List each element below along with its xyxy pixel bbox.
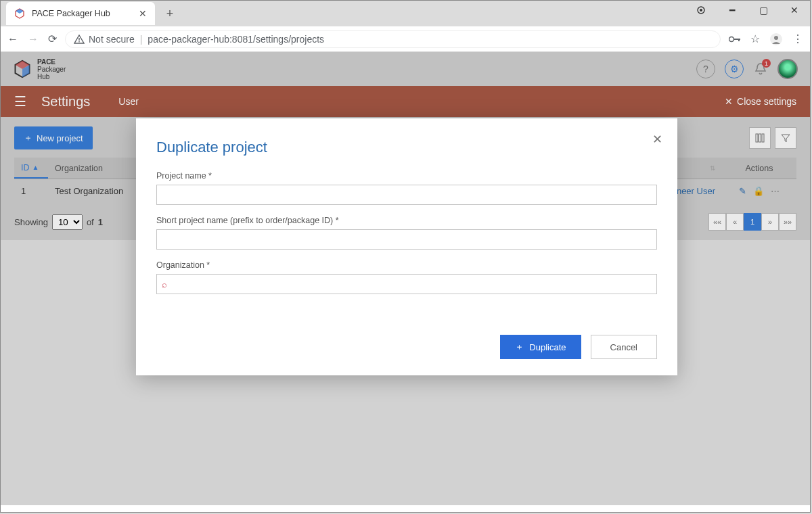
- brand-line3: Hub: [37, 73, 66, 80]
- svg-marker-14: [22, 65, 30, 77]
- plus-icon: ＋: [515, 341, 524, 353]
- filter-button[interactable]: [775, 127, 796, 149]
- window-maximize-button[interactable]: ▢: [748, 1, 779, 20]
- page-size-select[interactable]: 10: [52, 214, 83, 230]
- duplicate-project-modal: ✕ Duplicate project Project name * Short…: [136, 118, 677, 375]
- security-indicator[interactable]: Not secure: [74, 34, 135, 45]
- col-actions: Actions: [722, 164, 796, 173]
- svg-marker-13: [16, 61, 30, 69]
- short-name-label: Short project name (prefix to order/pack…: [156, 216, 657, 225]
- settings-title: Settings: [41, 94, 90, 110]
- brand-line1: PACE: [37, 58, 66, 66]
- tab-close-icon[interactable]: ✕: [139, 8, 147, 19]
- columns-view-button[interactable]: [749, 127, 771, 149]
- edit-icon[interactable]: ✎: [739, 186, 746, 196]
- nav-back-icon[interactable]: ←: [7, 33, 18, 45]
- more-icon[interactable]: ⋯: [771, 186, 780, 196]
- nav-reload-icon[interactable]: ⟳: [48, 32, 57, 45]
- brand-logo[interactable]: PACE Packager Hub: [13, 58, 66, 80]
- browser-toolbar: ← → ⟳ Not secure | pace-packager-hub:808…: [1, 26, 810, 52]
- close-icon: ✕: [725, 96, 733, 107]
- window-minimize-button[interactable]: ━: [717, 1, 748, 20]
- window-misc-icon[interactable]: [685, 1, 717, 20]
- tab-title: PACE Packager Hub: [32, 9, 132, 18]
- organization-input[interactable]: [156, 274, 657, 294]
- pager-prev[interactable]: «: [726, 213, 744, 231]
- new-project-label: New project: [37, 133, 83, 143]
- pager-page-1[interactable]: 1: [744, 213, 761, 231]
- star-icon[interactable]: ☆: [750, 32, 760, 45]
- browser-tab[interactable]: PACE Packager Hub ✕: [6, 2, 155, 25]
- notifications-icon[interactable]: 1: [753, 62, 768, 76]
- security-label: Not secure: [89, 34, 135, 45]
- tab-favicon: [14, 8, 25, 19]
- lock-icon[interactable]: 🔒: [753, 186, 764, 196]
- svg-rect-17: [762, 134, 764, 142]
- svg-marker-18: [782, 135, 790, 142]
- sort-asc-icon: ▲: [32, 164, 39, 171]
- window-close-button[interactable]: ✕: [779, 1, 810, 20]
- svg-point-1: [700, 9, 702, 11]
- new-tab-button[interactable]: +: [160, 4, 179, 23]
- close-settings-button[interactable]: ✕ Close settings: [725, 96, 796, 107]
- modal-title: Duplicate project: [156, 139, 657, 156]
- nav-forward-icon[interactable]: →: [28, 33, 39, 45]
- modal-close-button[interactable]: ✕: [652, 132, 662, 147]
- brand-line2: Packager: [37, 66, 66, 73]
- svg-point-7: [729, 37, 734, 41]
- duplicate-button[interactable]: ＋ Duplicate: [500, 335, 581, 359]
- cell-id: 1: [14, 186, 48, 196]
- svg-point-11: [774, 36, 778, 40]
- settings-gear-icon[interactable]: ⚙: [725, 60, 744, 78]
- svg-rect-15: [756, 134, 758, 142]
- key-icon[interactable]: [729, 35, 741, 43]
- notification-badge: 1: [762, 59, 771, 68]
- pager-next[interactable]: »: [761, 213, 779, 231]
- svg-rect-16: [759, 134, 761, 142]
- organization-label: Organization *: [156, 260, 657, 270]
- short-name-input[interactable]: [156, 229, 657, 250]
- cancel-label: Cancel: [610, 342, 637, 352]
- url-text: pace-packager-hub:8081/settings/projects: [148, 34, 324, 45]
- project-name-label: Project name *: [156, 171, 657, 181]
- settings-bar: ☰ Settings User ✕ Close settings: [1, 86, 810, 117]
- kebab-menu-icon[interactable]: ⋮: [792, 32, 803, 45]
- pagination-info: Showing 10 of 1: [14, 214, 103, 230]
- cancel-button[interactable]: Cancel: [591, 335, 657, 359]
- sort-icon: ⇅: [710, 164, 715, 172]
- search-icon: ⌕: [162, 279, 167, 289]
- new-project-button[interactable]: ＋ New project: [14, 126, 93, 149]
- duplicate-label: Duplicate: [529, 342, 566, 352]
- profile-icon[interactable]: [769, 32, 783, 46]
- svg-marker-3: [16, 9, 24, 14]
- svg-rect-5: [78, 38, 79, 41]
- menu-icon[interactable]: ☰: [14, 93, 26, 110]
- svg-rect-6: [78, 41, 79, 42]
- close-settings-label: Close settings: [737, 96, 796, 107]
- user-avatar[interactable]: [777, 59, 798, 79]
- settings-tab-users[interactable]: User: [118, 96, 139, 107]
- col-id[interactable]: ID▲: [14, 158, 48, 179]
- pager-last[interactable]: »»: [779, 213, 796, 231]
- window-controls: ━ ▢ ✕: [685, 1, 810, 20]
- help-icon[interactable]: ?: [696, 60, 715, 78]
- pager: «« « 1 » »»: [708, 213, 796, 231]
- pager-first[interactable]: ««: [708, 213, 726, 231]
- plus-icon: ＋: [24, 132, 32, 144]
- address-bar[interactable]: Not secure | pace-packager-hub:8081/sett…: [65, 30, 721, 48]
- svg-rect-9: [738, 39, 740, 41]
- svg-marker-12: [16, 61, 30, 78]
- project-name-input[interactable]: [156, 185, 657, 205]
- app-header: PACE Packager Hub ? ⚙ 1: [1, 52, 810, 86]
